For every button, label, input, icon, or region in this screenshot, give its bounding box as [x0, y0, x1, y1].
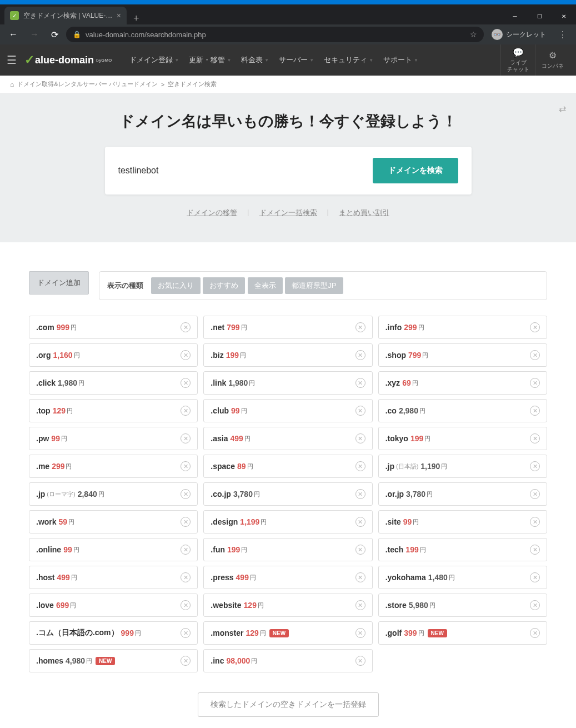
remove-icon[interactable]: ✕ [530, 433, 540, 443]
nav-item[interactable]: 更新・移管▼ [184, 55, 236, 65]
remove-icon[interactable]: ✕ [181, 572, 191, 582]
hero-link[interactable]: ドメインの移管 [187, 208, 237, 218]
filter-button[interactable]: おすすめ [203, 277, 245, 294]
remove-icon[interactable]: ✕ [530, 406, 540, 416]
nav-item[interactable]: サーバー▼ [274, 55, 318, 65]
breadcrumb-root[interactable]: ドメイン取得&レンタルサーバー バリュードメイン [17, 80, 157, 88]
domain-card[interactable]: .fun199円✕ [203, 538, 372, 561]
domain-card[interactable]: .host499円✕ [29, 566, 198, 589]
domain-card[interactable]: .or.jp3,780円✕ [378, 482, 547, 506]
remove-icon[interactable]: ✕ [355, 461, 365, 471]
remove-icon[interactable]: ✕ [355, 517, 365, 527]
domain-card[interactable]: .golf399円NEW✕ [378, 621, 547, 645]
domain-card[interactable]: .コム（日本語の.com）999円✕ [29, 621, 198, 645]
remove-icon[interactable]: ✕ [530, 322, 540, 332]
domain-card[interactable]: .link1,980円✕ [203, 371, 372, 395]
domain-card[interactable]: .jp(日本語)1,190円✕ [378, 455, 547, 478]
domain-card[interactable]: .homes4,980円NEW✕ [29, 649, 198, 672]
remove-icon[interactable]: ✕ [355, 322, 365, 332]
remove-icon[interactable]: ✕ [355, 656, 365, 666]
domain-card[interactable]: .click1,980円✕ [29, 371, 198, 395]
remove-icon[interactable]: ✕ [530, 350, 540, 360]
new-tab-button[interactable]: + [127, 13, 146, 24]
conpane-button[interactable]: ⚙ コンパネ [535, 44, 569, 76]
domain-search-input[interactable] [118, 161, 366, 180]
remove-icon[interactable]: ✕ [530, 378, 540, 388]
domain-card[interactable]: .tech199円✕ [378, 538, 547, 561]
domain-card[interactable]: .club99円✕ [203, 399, 372, 422]
domain-card[interactable]: .top129円✕ [29, 399, 198, 422]
remove-icon[interactable]: ✕ [181, 628, 191, 638]
remove-icon[interactable]: ✕ [355, 378, 365, 388]
remove-icon[interactable]: ✕ [355, 600, 365, 610]
remove-icon[interactable]: ✕ [530, 545, 540, 555]
domain-card[interactable]: .space89円✕ [203, 455, 372, 478]
url-input[interactable]: 🔒 value-domain.com/searchdomain.php ☆ [66, 27, 484, 42]
domain-card[interactable]: .biz199円✕ [203, 343, 372, 367]
domain-card[interactable]: .yokohama1,480円✕ [378, 566, 547, 589]
browser-tab[interactable]: ✓ 空きドメイン検索 | VALUE-DOMAIN × [4, 7, 127, 24]
domain-card[interactable]: .store5,980円✕ [378, 594, 547, 617]
back-button[interactable]: ← [4, 26, 22, 43]
browser-menu-button[interactable]: ⋮ [554, 29, 572, 40]
domain-card[interactable]: .monster129円NEW✕ [203, 621, 372, 645]
bulk-register-button[interactable]: 検索したドメインの空きドメインを一括登録 [198, 692, 379, 717]
remove-icon[interactable]: ✕ [530, 461, 540, 471]
domain-card[interactable]: .press499円✕ [203, 566, 372, 589]
domain-search-button[interactable]: ドメインを検索 [373, 158, 458, 183]
remove-icon[interactable]: ✕ [530, 600, 540, 610]
domain-card[interactable]: .shop799円✕ [378, 343, 547, 367]
remove-icon[interactable]: ✕ [530, 628, 540, 638]
remove-icon[interactable]: ✕ [530, 517, 540, 527]
remove-icon[interactable]: ✕ [355, 545, 365, 555]
hero-link[interactable]: ドメイン一括検索 [259, 208, 317, 218]
domain-card[interactable]: .website129円✕ [203, 594, 372, 617]
remove-icon[interactable]: ✕ [181, 461, 191, 471]
domain-card[interactable]: .net799円✕ [203, 316, 372, 339]
hamburger-icon[interactable]: ☰ [7, 53, 17, 67]
nav-item[interactable]: セキュリティ▼ [319, 55, 378, 65]
remove-icon[interactable]: ✕ [355, 628, 365, 638]
maximize-button[interactable]: ☐ [527, 8, 552, 24]
site-logo[interactable]: ✓ alue-domain byGMO [24, 53, 112, 67]
domain-card[interactable]: .jp(ローマ字)2,840円✕ [29, 482, 198, 506]
domain-card[interactable]: .xyz69円✕ [378, 371, 547, 395]
remove-icon[interactable]: ✕ [181, 322, 191, 332]
filter-button[interactable]: 都道府県型JP [285, 277, 343, 294]
add-domain-button[interactable]: ドメイン追加 [29, 271, 89, 295]
filter-button[interactable]: 全表示 [248, 277, 283, 294]
remove-icon[interactable]: ✕ [181, 378, 191, 388]
remove-icon[interactable]: ✕ [181, 545, 191, 555]
remove-icon[interactable]: ✕ [181, 517, 191, 527]
remove-icon[interactable]: ✕ [181, 656, 191, 666]
filter-button[interactable]: お気に入り [151, 277, 201, 294]
forward-button[interactable]: → [26, 26, 43, 43]
domain-card[interactable]: .asia499円✕ [203, 427, 372, 450]
remove-icon[interactable]: ✕ [355, 572, 365, 582]
close-button[interactable]: ✕ [552, 8, 576, 24]
remove-icon[interactable]: ✕ [181, 350, 191, 360]
domain-card[interactable]: .co2,980円✕ [378, 399, 547, 422]
domain-card[interactable]: .me299円✕ [29, 455, 198, 478]
domain-card[interactable]: .inc98,000円✕ [203, 649, 372, 672]
remove-icon[interactable]: ✕ [530, 489, 540, 499]
domain-card[interactable]: .com999円✕ [29, 316, 198, 339]
nav-item[interactable]: サポート▼ [379, 55, 423, 65]
live-chat-button[interactable]: 💬 ライブ チャット [500, 44, 535, 76]
domain-card[interactable]: .design1,199円✕ [203, 510, 372, 533]
remove-icon[interactable]: ✕ [181, 600, 191, 610]
remove-icon[interactable]: ✕ [355, 433, 365, 443]
domain-card[interactable]: .love699円✕ [29, 594, 198, 617]
swap-icon[interactable]: ⇄ [559, 103, 566, 114]
remove-icon[interactable]: ✕ [181, 489, 191, 499]
nav-item[interactable]: ドメイン登録▼ [125, 55, 183, 65]
domain-card[interactable]: .pw99円✕ [29, 427, 198, 450]
domain-card[interactable]: .info299円✕ [378, 316, 547, 339]
remove-icon[interactable]: ✕ [355, 350, 365, 360]
domain-card[interactable]: .org1,160円✕ [29, 343, 198, 367]
reload-button[interactable]: ⟳ [47, 26, 63, 43]
bookmark-star-icon[interactable]: ☆ [470, 30, 477, 39]
domain-card[interactable]: .co.jp3,780円✕ [203, 482, 372, 506]
tab-close-icon[interactable]: × [117, 11, 121, 20]
minimize-button[interactable]: ─ [503, 8, 527, 24]
